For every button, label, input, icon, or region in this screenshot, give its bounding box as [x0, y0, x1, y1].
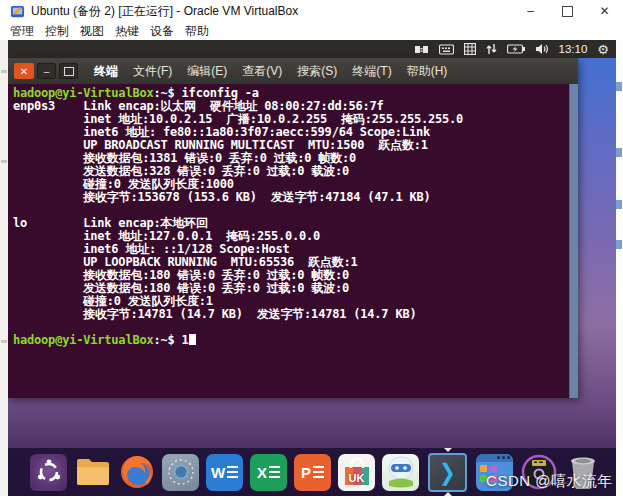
input-switcher-icon[interactable]: [415, 44, 429, 55]
host-background-bottom: [0, 496, 623, 500]
terminal-body[interactable]: hadoop@yi-VirtualBox:~$ ifconfig -aenp0s…: [8, 84, 578, 398]
active-window-indicator-bottom: [444, 492, 452, 496]
word-doc-lines: [227, 466, 238, 478]
csdn-watermark: CSDN @嘻水流年: [486, 472, 613, 491]
terminal-menu-item[interactable]: 查看(V): [242, 63, 282, 80]
terminal-menu-item[interactable]: 帮助(H): [407, 63, 448, 80]
network-traffic-icon[interactable]: [486, 43, 497, 55]
host-background-left: [0, 40, 8, 500]
app-window-dots: [497, 456, 510, 459]
terminal-window: ✕ – 终端文件(F)编辑(E)查看(V)搜索(S)终端(T)帮助(H) had…: [8, 58, 578, 398]
circle-app-icon[interactable]: [162, 454, 199, 491]
battery-icon[interactable]: [507, 44, 525, 54]
terminal-line: 接收字节:14781 (14.7 KB) 发送字节:14781 (14.7 KB…: [13, 308, 566, 321]
terminal-menu-item[interactable]: 终端: [94, 63, 118, 80]
powerpoint-icon[interactable]: P: [294, 454, 331, 491]
terminal-output: hadoop@yi-VirtualBox:~$ ifconfig -aenp0s…: [13, 87, 566, 347]
host-background-right: [616, 40, 623, 500]
terminal-minimize-button[interactable]: –: [37, 63, 56, 79]
active-window-indicator-top: [444, 448, 452, 452]
vbox-menu-item[interactable]: 控制: [45, 23, 69, 40]
terminal-line: hadoop@yi-VirtualBox:~$ 1: [13, 334, 566, 347]
powerpoint-letter: P: [301, 464, 311, 481]
terminal-maximize-button[interactable]: [59, 63, 78, 79]
word-icon[interactable]: W: [206, 454, 243, 491]
terminal-dock-icon[interactable]: ❯: [428, 453, 467, 492]
virtualbox-logo-icon: [10, 4, 25, 19]
panel-clock[interactable]: 13:10: [559, 43, 588, 55]
firefox-icon[interactable]: [118, 454, 155, 491]
virtualbox-titlebar: Ubuntu (备份 2) [正在运行] - Oracle VM Virtual…: [0, 0, 623, 22]
close-button[interactable]: ✕: [586, 0, 623, 22]
terminal-chevron-glyph: ❯: [439, 461, 456, 484]
maximize-icon: [562, 6, 573, 17]
powerpoint-doc-lines: [313, 466, 324, 478]
software-store-icon[interactable]: UK: [338, 454, 375, 491]
terminal-titlebar[interactable]: ✕ – 终端文件(F)编辑(E)查看(V)搜索(S)终端(T)帮助(H): [8, 58, 578, 84]
terminal-line: 接收字节:153678 (153.6 KB) 发送字节:47184 (47.1 …: [13, 191, 566, 204]
terminal-menu-item[interactable]: 文件(F): [133, 63, 172, 80]
virtualbox-menubar: 管理控制视图热键设备帮助: [0, 22, 623, 40]
vbox-menu-item[interactable]: 管理: [10, 23, 34, 40]
terminal-menu-item[interactable]: 编辑(E): [187, 63, 227, 80]
maximize-button[interactable]: [549, 0, 586, 22]
ubuntu-launcher-icon[interactable]: [30, 454, 67, 491]
terminal-menu-item[interactable]: 搜索(S): [297, 63, 337, 80]
robot-app-icon[interactable]: [382, 454, 419, 491]
store-uk-label: UK: [338, 472, 375, 484]
terminal-maximize-icon: [64, 67, 74, 76]
keyboard-icon[interactable]: [439, 44, 454, 55]
terminal-menu-item[interactable]: 终端(T): [352, 63, 391, 80]
vbox-menu-item[interactable]: 热键: [115, 23, 139, 40]
volume-icon[interactable]: [535, 43, 549, 55]
input-method-panel-icon[interactable]: [464, 43, 476, 55]
word-letter: W: [211, 464, 225, 481]
excel-letter: X: [257, 464, 267, 481]
terminal-menubar: 终端文件(F)编辑(E)查看(V)搜索(S)终端(T)帮助(H): [94, 63, 447, 80]
vbox-menu-item[interactable]: 视图: [80, 23, 104, 40]
terminal-cursor: [189, 334, 196, 345]
vm-display: 13:10 ⚙ ✕ – 终端文件(F)编辑(E)查看(V)搜索(S)终端(T)帮…: [8, 40, 616, 496]
terminal-close-button[interactable]: ✕: [14, 63, 34, 79]
vbox-menu-item[interactable]: 帮助: [185, 23, 209, 40]
window-title: Ubuntu (备份 2) [正在运行] - Oracle VM Virtual…: [31, 3, 298, 20]
terminal-dock-slot: ❯: [426, 448, 469, 496]
terminal-scrollbar[interactable]: [569, 84, 578, 398]
minimize-button[interactable]: –: [512, 0, 549, 22]
screenshot-root: Ubuntu (备份 2) [正在运行] - Oracle VM Virtual…: [0, 0, 623, 500]
session-gear-icon[interactable]: ⚙: [597, 43, 609, 56]
files-icon[interactable]: [74, 454, 111, 491]
vbox-menu-item[interactable]: 设备: [150, 23, 174, 40]
excel-icon[interactable]: X: [250, 454, 287, 491]
ubuntu-top-panel: 13:10 ⚙: [8, 40, 616, 58]
excel-grid-lines: [269, 466, 280, 478]
